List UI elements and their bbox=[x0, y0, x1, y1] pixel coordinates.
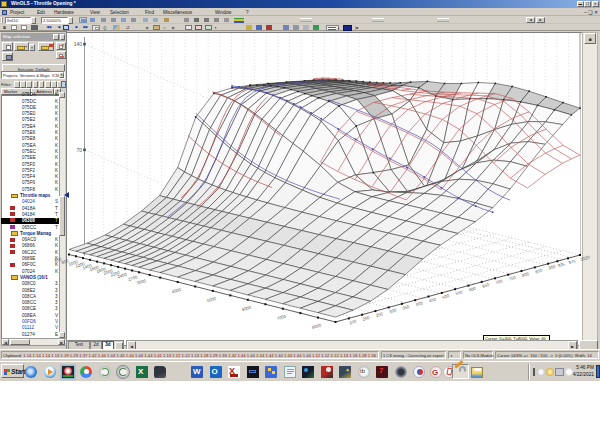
svg-text:250: 250 bbox=[375, 311, 384, 318]
svg-text:750: 750 bbox=[508, 275, 517, 282]
svg-text:900: 900 bbox=[548, 264, 557, 271]
svg-text:500: 500 bbox=[442, 293, 451, 300]
svg-text:700: 700 bbox=[495, 278, 504, 285]
svg-text:450: 450 bbox=[428, 297, 437, 304]
svg-text:7000: 7000 bbox=[276, 314, 287, 322]
svg-text:975: 975 bbox=[568, 258, 577, 265]
svg-text:5000: 5000 bbox=[206, 296, 217, 304]
svg-text:850: 850 bbox=[535, 267, 544, 274]
svg-text:6000: 6000 bbox=[241, 305, 252, 313]
svg-text:140: 140 bbox=[74, 41, 83, 47]
svg-text:300: 300 bbox=[389, 307, 398, 314]
svg-text:350: 350 bbox=[402, 304, 411, 311]
svg-text:600: 600 bbox=[468, 286, 477, 293]
svg-text:200: 200 bbox=[362, 315, 371, 322]
svg-text:8000: 8000 bbox=[311, 322, 322, 330]
svg-text:550: 550 bbox=[455, 289, 464, 296]
svg-text:935: 935 bbox=[557, 261, 566, 268]
svg-text:4000: 4000 bbox=[171, 287, 182, 295]
svg-text:650: 650 bbox=[482, 282, 491, 289]
svg-text:400: 400 bbox=[415, 300, 424, 307]
svg-text:1020: 1020 bbox=[580, 254, 591, 262]
svg-text:150: 150 bbox=[349, 318, 358, 325]
svg-text:70: 70 bbox=[76, 147, 82, 153]
svg-text:800: 800 bbox=[521, 271, 530, 278]
